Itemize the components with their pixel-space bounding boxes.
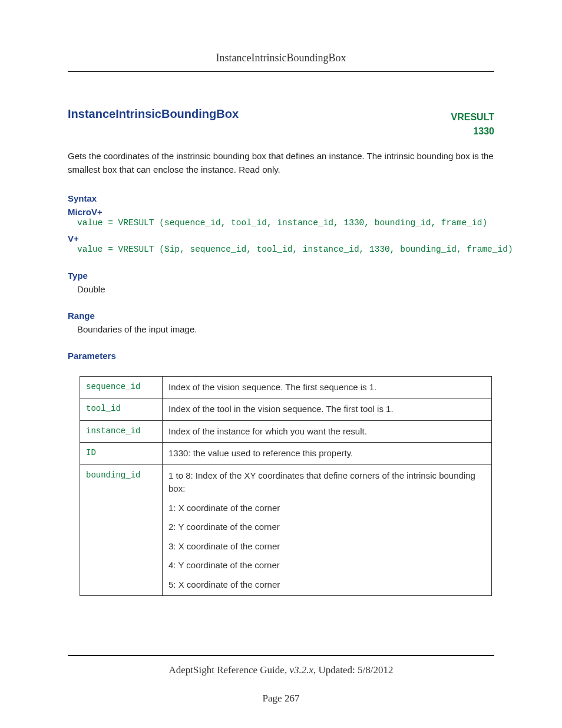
bounding-line: 1: X coordinate of the corner [168, 502, 485, 515]
param-desc: Index of the instance for which you want… [163, 420, 492, 443]
bounding-line: 2: Y coordinate of the corner [168, 521, 485, 534]
bounding-line: 3: X coordinate of the corner [168, 540, 485, 554]
type-value: Double [77, 284, 494, 294]
param-desc: 1330: the value used to reference this p… [163, 443, 492, 465]
footer-updated: , Updated: 5/8/2012 [313, 664, 394, 676]
param-name: instance_id [80, 420, 163, 443]
vplus-code: value = VRESULT ($ip, sequence_id, tool_… [77, 245, 494, 254]
footer-rule [68, 655, 494, 656]
range-value: Boundaries of the input image. [77, 324, 494, 334]
footer-version: , v3.2.x [285, 664, 313, 676]
param-desc: 1 to 8: Index of the XY coordinates that… [163, 465, 492, 596]
param-desc: Index of the vision sequence. The first … [163, 376, 492, 398]
parameters-table: sequence_id Index of the vision sequence… [80, 376, 492, 597]
parameters-label: Parameters [68, 351, 494, 361]
microv-code: value = VRESULT (sequence_id, tool_id, i… [77, 218, 494, 228]
bounding-line: 5: X coordinate of the corner [168, 578, 485, 592]
page-header-title: InstanceIntrinsicBoundingBox [68, 52, 494, 71]
range-label: Range [68, 311, 494, 321]
param-name: sequence_id [80, 376, 163, 398]
table-row: bounding_id 1 to 8: Index of the XY coor… [80, 465, 492, 596]
param-desc: Index of the tool in the vision sequence… [163, 398, 492, 421]
page-footer: AdeptSight Reference Guide, v3.2.x, Upda… [68, 655, 494, 704]
page-number: Page 267 [68, 693, 494, 704]
type-label: Type [68, 271, 494, 281]
intro-paragraph: Gets the coordinates of the instrinsic b… [68, 149, 494, 177]
vplus-label: V+ [68, 233, 494, 243]
header-rule [68, 71, 494, 72]
table-row: tool_id Index of the tool in the vision … [80, 398, 492, 421]
table-row: sequence_id Index of the vision sequence… [80, 376, 492, 398]
bounding-line: 4: Y coordinate of the corner [168, 559, 485, 572]
footer-text: AdeptSight Reference Guide, v3.2.x, Upda… [68, 664, 494, 676]
footer-guide: AdeptSight Reference Guide [169, 664, 285, 676]
table-row: ID 1330: the value used to reference thi… [80, 443, 492, 465]
syntax-label: Syntax [68, 193, 494, 203]
microv-label: MicroV+ [68, 207, 494, 217]
tag-id: 1330 [68, 124, 494, 139]
table-row: instance_id Index of the instance for wh… [80, 420, 492, 443]
param-name: ID [80, 443, 163, 465]
bounding-intro: 1 to 8: Index of the XY coordinates that… [168, 469, 485, 496]
param-name: bounding_id [80, 465, 163, 596]
param-name: tool_id [80, 398, 163, 421]
